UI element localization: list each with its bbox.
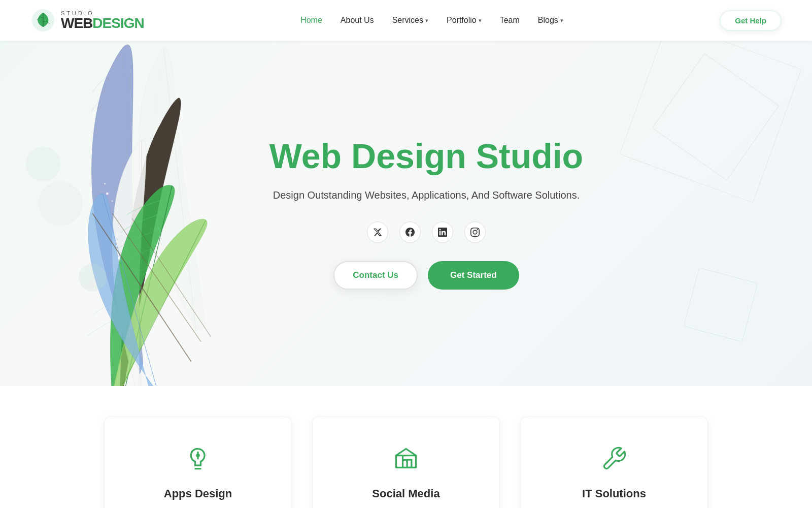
nav-item-portfolio[interactable]: Portfolio ▾	[447, 16, 482, 25]
hero-buttons: Contact Us Get Started	[269, 261, 583, 290]
instagram-icon[interactable]	[464, 221, 486, 243]
contact-us-button[interactable]: Contact Us	[333, 261, 418, 290]
services-dropdown-icon: ▾	[425, 17, 428, 24]
svg-point-6	[112, 200, 113, 202]
hero-subtitle: Design Outstanding Websites, Application…	[269, 187, 583, 203]
facebook-icon[interactable]	[399, 221, 421, 243]
svg-point-7	[197, 454, 199, 456]
deco-circle-3	[26, 147, 60, 181]
nav-item-about[interactable]: About Us	[341, 16, 374, 25]
services-section: Apps Design Social Media IT Solutions	[0, 386, 812, 508]
nav-links: Home About Us Services ▾ Portfolio ▾ Tea…	[300, 16, 563, 25]
twitter-icon[interactable]	[367, 221, 388, 243]
nav-item-home[interactable]: Home	[300, 16, 322, 25]
nav-item-blogs[interactable]: Blogs ▾	[538, 16, 563, 25]
service-card-it-solutions: IT Solutions	[520, 417, 708, 508]
svg-point-4	[106, 193, 109, 195]
lightbulb-icon	[182, 442, 214, 475]
service-title-social: Social Media	[328, 487, 484, 500]
feathers-illustration	[0, 41, 264, 386]
service-card-social-media: Social Media	[312, 417, 500, 508]
logo-icon	[30, 8, 56, 33]
wrench-icon	[598, 442, 630, 475]
navbar: STUDIO WEBDESIGN Home About Us Services …	[0, 0, 812, 41]
service-title-it: IT Solutions	[536, 487, 692, 500]
service-card-apps-design: Apps Design	[104, 417, 292, 508]
hero-title: Web Design Studio	[269, 137, 583, 175]
blogs-dropdown-icon: ▾	[560, 17, 563, 24]
svg-point-5	[104, 183, 106, 184]
get-started-button[interactable]: Get Started	[428, 261, 519, 290]
portfolio-dropdown-icon: ▾	[479, 17, 482, 24]
deco-circle-1	[38, 181, 82, 226]
hero-content: Web Design Studio Design Outstanding Web…	[269, 137, 583, 290]
logo[interactable]: STUDIO WEBDESIGN	[30, 8, 144, 33]
get-help-button[interactable]: Get Help	[720, 10, 782, 31]
megaphone-icon	[390, 442, 422, 475]
deco-circle-2	[79, 264, 106, 291]
hero-decoration-3	[684, 268, 758, 342]
social-icons-row	[269, 221, 583, 243]
nav-item-services[interactable]: Services ▾	[392, 16, 428, 25]
service-title-apps: Apps Design	[120, 487, 276, 500]
logo-brand-text: WEBDESIGN	[61, 16, 144, 30]
linkedin-icon[interactable]	[432, 221, 453, 243]
hero-section: Web Design Studio Design Outstanding Web…	[0, 0, 812, 386]
nav-item-team[interactable]: Team	[500, 16, 520, 25]
